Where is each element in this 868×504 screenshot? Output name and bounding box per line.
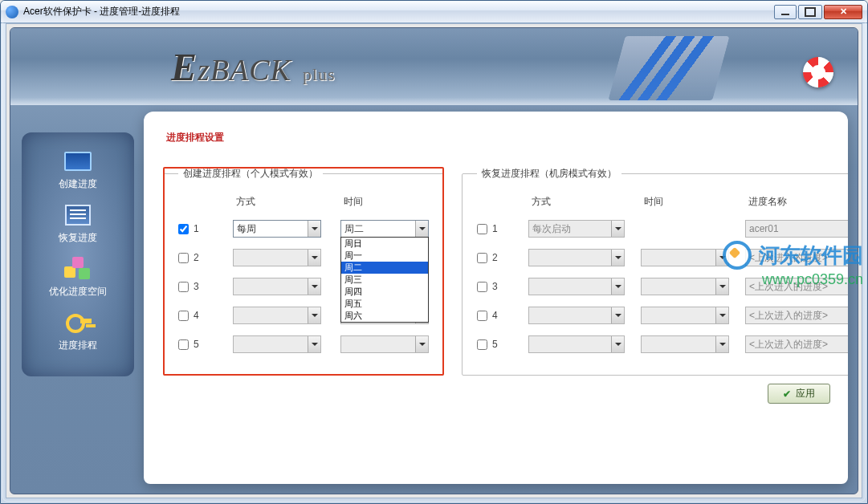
window-title: Acer软件保护卡 - 进度管理-进度排程 <box>23 5 774 18</box>
r-row4-time-combo[interactable] <box>641 307 729 324</box>
content-card: 进度排程设置 创建进度排程（个人模式有效） 方式 时间 1 每周 <box>144 112 848 484</box>
create-schedule-panel: 创建进度排程（个人模式有效） 方式 时间 1 每周 周二 周日 <box>163 167 444 376</box>
chevron-down-icon <box>415 336 428 352</box>
nav-label: 恢复进度 <box>59 231 97 245</box>
chevron-down-icon <box>715 250 728 266</box>
r-row4-checkbox[interactable] <box>477 311 487 321</box>
chevron-down-icon <box>611 336 624 352</box>
logo-band: EzBACKplus <box>10 28 858 105</box>
r-row-check-4[interactable]: 4 <box>477 310 512 321</box>
chevron-down-icon <box>611 278 624 295</box>
r-row3-checkbox[interactable] <box>477 282 487 292</box>
row3-checkbox[interactable] <box>178 282 189 292</box>
r-row2-method-combo[interactable] <box>528 249 625 266</box>
key-icon <box>62 310 94 335</box>
row5-checkbox[interactable] <box>178 339 189 350</box>
col-name: 进度名称 <box>745 195 848 209</box>
option-sat[interactable]: 周六 <box>341 310 428 322</box>
col-method: 方式 <box>233 195 321 209</box>
row5-method-combo[interactable] <box>233 335 321 353</box>
nav-label: 进度排程 <box>59 339 97 352</box>
r-row5-method-combo[interactable] <box>528 335 625 353</box>
r-row5-name-combo[interactable]: <上次进入的进度> <box>745 335 848 353</box>
row1-checkbox[interactable] <box>178 224 189 234</box>
row4-method-combo[interactable] <box>233 307 321 324</box>
option-wed[interactable]: 周三 <box>341 274 428 286</box>
row-check-5[interactable]: 5 <box>178 339 214 350</box>
row-check-4[interactable]: 4 <box>178 310 214 321</box>
chevron-down-icon <box>715 278 728 295</box>
blocks-icon <box>62 256 94 282</box>
r-row3-name-combo[interactable]: <上次进入的进度> <box>745 278 848 295</box>
chevron-down-icon <box>308 336 320 352</box>
close-button[interactable] <box>824 5 862 19</box>
option-tue[interactable]: 周二 <box>341 262 428 274</box>
row5-time-combo[interactable] <box>340 335 429 353</box>
recover-schedule-panel: 恢复进度排程（机房模式有效） 方式 时间 进度名称 1 每次启动 acer01 <box>462 167 848 376</box>
r-row2-checkbox[interactable] <box>477 253 487 263</box>
apply-label: 应用 <box>796 387 815 400</box>
brand-logo: EzBACKplus <box>171 45 336 89</box>
time-dropdown-list: 周日 周一 周二 周三 周四 周五 周六 <box>340 237 429 323</box>
row2-checkbox[interactable] <box>178 253 189 263</box>
section-title: 进度排程设置 <box>166 131 830 144</box>
r-row5-time-combo[interactable] <box>641 335 729 353</box>
row-check-3[interactable]: 3 <box>178 281 214 292</box>
app-frame: EzBACKplus 创建进度 恢复进度 优化进度空间 <box>10 27 858 494</box>
r-row5-checkbox[interactable] <box>477 339 487 350</box>
calendar-icon <box>62 202 94 228</box>
row-check-1[interactable]: 1 <box>178 223 214 234</box>
nav-schedule[interactable]: 进度排程 <box>59 310 97 352</box>
nav-restore-progress[interactable]: 恢复进度 <box>59 202 97 245</box>
col-time: 时间 <box>340 195 429 209</box>
row4-checkbox[interactable] <box>178 311 189 321</box>
check-icon: ✔ <box>783 388 791 400</box>
option-sun[interactable]: 周日 <box>341 238 428 250</box>
chevron-down-icon <box>308 250 320 266</box>
decor-stripes-icon <box>608 36 729 100</box>
row2-method-combo[interactable] <box>233 249 321 266</box>
titlebar[interactable]: Acer软件保护卡 - 进度管理-进度排程 <box>1 1 867 23</box>
chevron-down-icon <box>611 221 624 237</box>
r-row4-name-combo[interactable]: <上次进入的进度> <box>745 307 848 324</box>
row1-method-combo[interactable]: 每周 <box>233 220 321 238</box>
chevron-down-icon <box>611 250 624 266</box>
option-thu[interactable]: 周四 <box>341 286 428 298</box>
r-row3-time-combo[interactable] <box>641 278 729 295</box>
chevron-down-icon <box>611 307 624 323</box>
row1-time-combo[interactable]: 周二 周日 周一 周二 周三 周四 周五 周六 <box>340 220 429 238</box>
side-nav: 创建进度 恢复进度 优化进度空间 进度排程 <box>22 132 134 376</box>
chevron-down-icon <box>415 221 428 237</box>
r-row2-name-combo[interactable]: <上次进入的进度> <box>745 249 848 266</box>
row-check-2[interactable]: 2 <box>178 252 214 263</box>
col-method: 方式 <box>528 195 625 209</box>
r-row-check-2[interactable]: 2 <box>477 252 512 263</box>
option-fri[interactable]: 周五 <box>341 298 428 310</box>
nav-optimize-space[interactable]: 优化进度空间 <box>49 256 107 299</box>
maximize-button[interactable] <box>798 5 822 19</box>
app-icon <box>6 6 18 18</box>
col-time: 时间 <box>641 195 729 209</box>
r-row-check-5[interactable]: 5 <box>477 339 512 350</box>
r-row3-method-combo[interactable] <box>528 278 625 295</box>
r-row1-checkbox[interactable] <box>477 224 487 234</box>
r-row-check-3[interactable]: 3 <box>477 281 512 292</box>
r-row1-name-combo[interactable]: acer01 <box>745 220 848 238</box>
nav-label: 优化进度空间 <box>49 285 107 299</box>
chevron-down-icon <box>308 221 320 237</box>
r-row2-time-combo[interactable] <box>641 249 729 266</box>
help-lifebuoy-icon[interactable] <box>803 57 833 87</box>
row3-method-combo[interactable] <box>233 278 321 295</box>
minimize-button[interactable] <box>774 5 797 19</box>
chevron-down-icon <box>715 307 728 323</box>
window-controls <box>774 5 862 19</box>
nav-create-progress[interactable]: 创建进度 <box>59 148 97 191</box>
r-row-check-1[interactable]: 1 <box>477 223 512 234</box>
r-row4-method-combo[interactable] <box>528 307 625 324</box>
window-frame: Acer软件保护卡 - 进度管理-进度排程 EzBACKplus 创建进度 <box>0 0 868 504</box>
nav-label: 创建进度 <box>59 177 97 191</box>
create-panel-legend: 创建进度排程（个人模式有效） <box>178 167 323 181</box>
option-mon[interactable]: 周一 <box>341 250 428 262</box>
apply-button[interactable]: ✔ 应用 <box>768 384 830 404</box>
r-row1-method-combo[interactable]: 每次启动 <box>528 220 625 238</box>
